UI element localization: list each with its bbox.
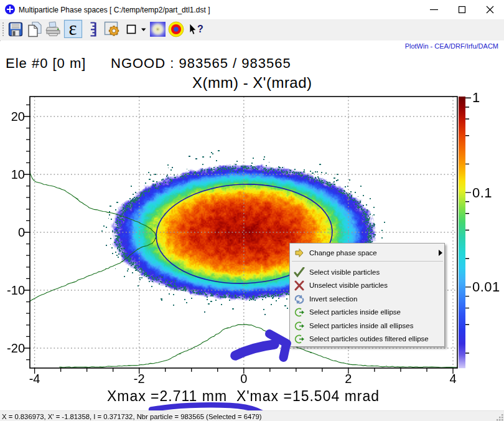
svg-text:ε: ε	[68, 19, 77, 39]
svg-text:?: ?	[197, 24, 203, 34]
